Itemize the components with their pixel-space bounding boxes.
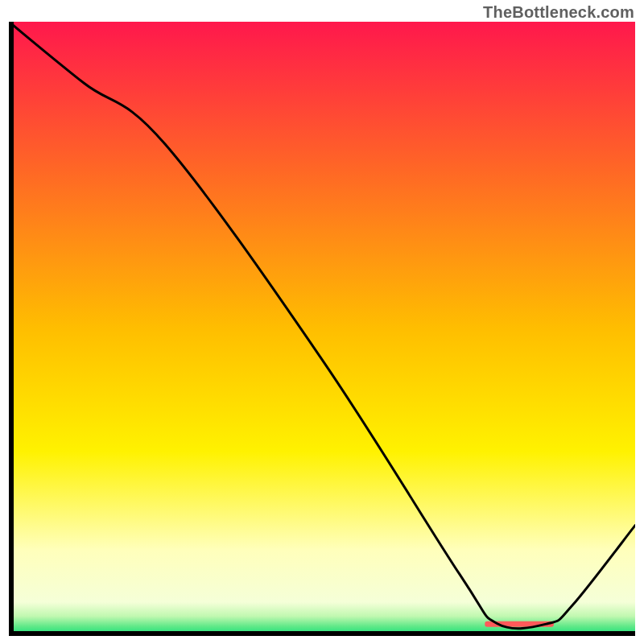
gradient-background	[9, 22, 635, 636]
chart-svg	[9, 22, 635, 636]
watermark-text: TheBottleneck.com	[483, 3, 634, 22]
plot-area	[9, 22, 635, 636]
chart-stage: TheBottleneck.com	[0, 0, 644, 644]
